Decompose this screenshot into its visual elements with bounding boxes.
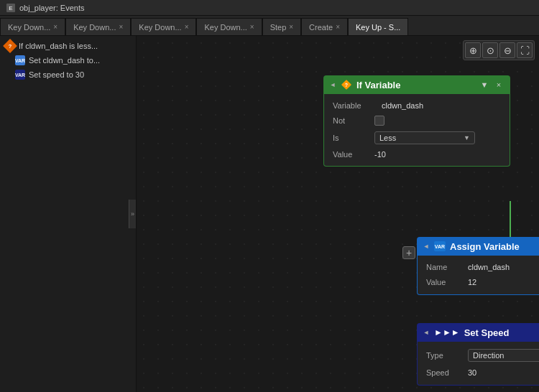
speed-panel-header: ◄ ►►► Set Speed ▼ × (417, 323, 539, 342)
if-not-label: Not (333, 116, 369, 125)
var-icon-2: VAR (14, 69, 26, 80)
assign-name-label: Name (426, 263, 462, 271)
expand-button[interactable]: ⛶ (517, 42, 533, 58)
var-icon-1: VAR (14, 55, 26, 66)
if-value-value: -10 (374, 150, 386, 159)
tab-keyup[interactable]: Key Up - S... (348, 18, 408, 35)
speed-type-dropdown[interactable]: Direction ▼ (468, 349, 539, 362)
canvas-toolbar: ⊕ ⊙ ⊖ ⛶ (463, 40, 535, 60)
assign-name-row: Name cldwn_dash (418, 260, 539, 274)
assign-panel-body: Name cldwn_dash Value 12 Relative (417, 256, 539, 295)
if-variable-row: Variable cldwn_dash (324, 98, 510, 113)
if-not-checkbox[interactable] (374, 116, 384, 126)
speed-value-row: Speed 30 Relative (418, 365, 539, 381)
speed-panel-icon: ►►► (434, 327, 460, 337)
tab-keydown-3[interactable]: Key Down... × (131, 18, 196, 35)
tree-item-set-speed[interactable]: VAR Set speed to 30 (0, 67, 136, 82)
canvas-area: ⊕ ⊙ ⊖ ⛶ + ◄ ? If Variable (137, 36, 539, 392)
if-panel-actions: ▼ × (479, 79, 505, 90)
assign-panel-header: ◄ VAR Assign Variable ▼ × (417, 237, 539, 256)
speed-panel-collapse[interactable]: ◄ (423, 329, 430, 336)
if-panel-title: If Variable (356, 80, 474, 90)
left-panel: If cldwn_dash is less... VAR Set cldwn_d… (0, 36, 137, 392)
tab-close-1[interactable]: × (53, 23, 57, 31)
title-icon: E (6, 3, 16, 13)
if-value-row: Value -10 (324, 147, 510, 162)
speed-type-row: Type Direction ▼ (418, 346, 539, 365)
if-panel-menu-button[interactable]: ▼ (479, 79, 490, 90)
add-action-button[interactable]: + (402, 246, 415, 259)
speed-value-value: 30 (468, 368, 476, 377)
tab-keydown-2[interactable]: Key Down... × (65, 18, 131, 35)
tabs-bar: Key Down... × Key Down... × Key Down... … (0, 16, 539, 36)
assign-panel-collapse[interactable]: ◄ (423, 243, 430, 250)
title-text: obj_player: Events (19, 4, 85, 12)
tab-keydown-4[interactable]: Key Down... × (196, 18, 262, 35)
chevron-down-icon: ▼ (464, 134, 470, 141)
speed-type-label: Type (426, 351, 462, 360)
tab-close-create[interactable]: × (336, 23, 340, 31)
tab-step[interactable]: Step × (262, 18, 301, 35)
assign-value-value: 12 (468, 278, 476, 286)
if-is-dropdown[interactable]: Less ▼ (374, 131, 475, 144)
zoom-out-button[interactable]: ⊖ (499, 42, 515, 58)
assign-panel-title: Assign Variable (450, 241, 539, 252)
if-variable-value: cldwn_dash (382, 101, 423, 110)
if-variable-label: Variable (333, 101, 376, 110)
if-variable-panel: ◄ ? If Variable ▼ × Variable cldwn_da (323, 75, 510, 167)
if-is-label: Is (333, 134, 369, 142)
tree-item-if[interactable]: If cldwn_dash is less... (0, 39, 136, 53)
tab-keydown-1[interactable]: Key Down... × (0, 18, 65, 35)
title-bar: E obj_player: Events (0, 0, 539, 16)
left-panel-collapse[interactable]: » (129, 200, 136, 228)
if-panel-body: Variable cldwn_dash Not Is Less ▼ Value (323, 94, 510, 167)
assign-value-row: Value 12 Relative (418, 274, 539, 290)
zoom-reset-button[interactable]: ⊙ (482, 42, 498, 58)
if-panel-collapse[interactable]: ◄ (329, 81, 336, 88)
tree-item-set-var[interactable]: VAR Set cldwn_dash to... (0, 53, 136, 67)
main-area: If cldwn_dash is less... VAR Set cldwn_d… (0, 36, 539, 392)
speed-value-label: Speed (426, 368, 462, 377)
tab-close-4[interactable]: × (250, 23, 254, 31)
assign-variable-panel: ◄ VAR Assign Variable ▼ × Name cldwn_das… (417, 237, 539, 295)
tab-create[interactable]: Create × (301, 18, 348, 35)
set-speed-panel: ◄ ►►► Set Speed ▼ × Type Direction ▼ (417, 323, 539, 386)
if-panel-icon: ? (341, 79, 352, 90)
svg-text:E: E (9, 5, 12, 11)
speed-panel-title: Set Speed (464, 327, 539, 338)
if-panel-header: ◄ ? If Variable ▼ × (323, 75, 510, 94)
assign-value-label: Value (426, 278, 462, 286)
tab-close-step[interactable]: × (289, 23, 293, 31)
if-value-label: Value (333, 150, 369, 159)
assign-name-value: cldwn_dash (468, 263, 510, 271)
tab-close-2[interactable]: × (119, 23, 123, 31)
speed-panel-body: Type Direction ▼ Speed 30 Relative (417, 342, 539, 386)
tab-close-3[interactable]: × (185, 23, 189, 31)
if-is-row: Is Less ▼ (324, 129, 510, 147)
if-not-row: Not (324, 113, 510, 129)
if-panel-close-button[interactable]: × (493, 79, 505, 90)
zoom-in-button[interactable]: ⊕ (465, 42, 481, 58)
assign-panel-icon: VAR (434, 241, 446, 251)
if-icon (4, 40, 16, 52)
svg-text:?: ? (345, 83, 348, 88)
